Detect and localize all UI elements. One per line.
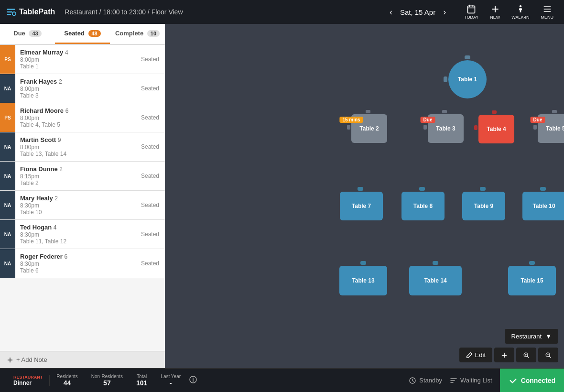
list-item[interactable]: NA Frank Hayes 2 8:00pm Table 3 Seated — [0, 74, 165, 103]
floor-action-buttons: Edit — [459, 348, 558, 362]
reservation-status: Seated — [141, 249, 165, 278]
zoom-out-icon — [545, 352, 552, 359]
edit-icon — [466, 352, 473, 359]
list-item[interactable]: NA Roger Federer 6 8:30pm Table 6 Seated — [0, 249, 165, 278]
seated-badge: 48 — [88, 30, 101, 37]
app-name: TablePath — [19, 8, 55, 16]
venue-type-label: RESTAURANT — [13, 375, 43, 380]
avatar: NA — [0, 249, 15, 278]
connected-button[interactable]: Connected — [500, 369, 564, 392]
list-item[interactable]: NA Mary Healy 2 8:30pm Table 10 Seated — [0, 191, 165, 220]
residents-label: Residents — [56, 374, 77, 379]
list-item[interactable]: NA Martin Scott 9 8:00pm Table 13, Table… — [0, 132, 165, 162]
chair-top — [358, 187, 363, 191]
tab-due[interactable]: Due 43 — [0, 24, 55, 44]
non-residents-label: Non-Residents — [91, 374, 123, 379]
guest-name: Eimear Murray 4 — [20, 49, 136, 56]
meal-label: Dinner — [13, 380, 43, 386]
waitinglist-button[interactable]: Waiting List — [450, 377, 492, 384]
app-logo: TablePath — [6, 7, 55, 17]
walkin-icon — [516, 4, 525, 14]
status-right-group: Standby Waiting List Connected — [409, 369, 557, 392]
reservation-time: 8:30pm — [20, 202, 136, 209]
standby-icon — [409, 377, 416, 384]
table-t14[interactable]: Table 14 — [409, 266, 462, 295]
table-t8[interactable]: Table 8 — [401, 192, 445, 220]
new-button[interactable]: NEW — [485, 1, 505, 22]
table-t15[interactable]: Table 15 — [508, 266, 556, 295]
list-item[interactable]: NA Fiona Dunne 2 8:15pm Table 2 Seated — [0, 162, 165, 191]
venue-info: RESTAURANT Dinner — [7, 375, 50, 386]
standby-button[interactable]: Standby — [409, 377, 442, 384]
guest-name: Martin Scott 9 — [20, 136, 136, 143]
floor-controls: Restaurant ▼ Edit — [459, 329, 558, 362]
chair-left — [347, 125, 350, 130]
residents-stat: Residents 44 — [50, 374, 84, 387]
reservation-info: Mary Healy 2 8:30pm Table 10 — [15, 191, 141, 219]
avatar: PS — [0, 103, 15, 132]
table-t2-badge: 15 mins — [339, 117, 363, 123]
add-table-button[interactable] — [494, 348, 514, 362]
reservation-time: 8:00pm — [20, 115, 136, 121]
table-t10[interactable]: Table 10 — [522, 192, 564, 220]
edit-label: Edit — [475, 351, 486, 359]
chair-top — [529, 261, 535, 265]
guest-name: Richard Moore 6 — [20, 107, 136, 114]
floor-view: Table 1 Table 2 15 mins — [165, 24, 564, 368]
info-button[interactable] — [189, 376, 197, 385]
chair-top — [492, 110, 497, 114]
table-t7[interactable]: Table 7 — [340, 192, 383, 220]
add-note-button[interactable]: + Add Note — [0, 351, 165, 368]
tab-complete[interactable]: Complete 10 — [110, 24, 165, 44]
guest-name: Frank Hayes 2 — [20, 78, 136, 85]
total-label: Total — [137, 374, 147, 379]
avatar: NA — [0, 220, 15, 249]
status-bar: RESTAURANT Dinner Residents 44 Non-Resid… — [0, 368, 564, 392]
zoom-in-icon — [523, 352, 530, 359]
table-t13[interactable]: Table 13 — [339, 266, 387, 295]
table-t4[interactable]: Table 4 — [478, 115, 514, 143]
menu-button[interactable]: MENU — [536, 1, 559, 22]
walkin-label: WALK-IN — [511, 15, 529, 20]
zoom-out-button[interactable] — [538, 348, 558, 362]
list-item[interactable]: NA Ted Hogan 4 8:30pm Table 11, Table 12… — [0, 220, 165, 249]
connected-label: Connected — [521, 377, 555, 384]
chair-top — [552, 110, 557, 113]
table-t1[interactable]: Table 1 — [448, 60, 487, 98]
venue-selector[interactable]: Restaurant ▼ — [505, 329, 558, 344]
today-button[interactable]: TODAY — [459, 1, 483, 22]
chair-left — [474, 125, 477, 130]
venue-label: Restaurant — [511, 333, 542, 340]
avatar: PS — [0, 45, 15, 74]
reservation-status: Seated — [141, 191, 165, 219]
non-residents-stat: Non-Residents 57 — [85, 374, 130, 387]
zoom-in-button[interactable] — [516, 348, 536, 362]
table-t9[interactable]: Table 9 — [462, 192, 505, 220]
due-badge: 43 — [29, 30, 41, 37]
list-item[interactable]: PS Richard Moore 6 8:00pm Table 4, Table… — [0, 103, 165, 132]
tab-seated[interactable]: Seated 48 — [55, 24, 110, 44]
reservation-info: Eimear Murray 4 8:00pm Table 1 — [15, 45, 141, 74]
reservation-table: Table 4, Table 5 — [20, 121, 136, 128]
reservation-time: 8:30pm — [20, 231, 136, 238]
reservation-list: PS Eimear Murray 4 8:00pm Table 1 Seated… — [0, 45, 165, 351]
chair-left — [423, 125, 427, 130]
list-item[interactable]: PS Eimear Murray 4 8:00pm Table 1 Seated — [0, 45, 165, 74]
next-date-button[interactable]: › — [439, 5, 450, 19]
reservation-info: Roger Federer 6 8:30pm Table 6 — [15, 249, 141, 278]
reservation-status: Seated — [141, 162, 165, 190]
non-residents-value: 57 — [103, 379, 111, 387]
walkin-button[interactable]: WALK-IN — [507, 1, 534, 22]
chair-top — [540, 187, 546, 191]
edit-button[interactable]: Edit — [459, 348, 492, 362]
reservation-status: Seated — [141, 74, 165, 103]
svg-point-0 — [12, 12, 16, 15]
prev-date-button[interactable]: ‹ — [386, 5, 396, 19]
total-stat: Total 101 — [130, 374, 154, 387]
nav-icon-group: TODAY NEW WALK-IN MENU — [459, 1, 558, 22]
guest-name: Mary Healy 2 — [20, 195, 136, 202]
chevron-down-icon: ▼ — [545, 333, 552, 340]
chair-top — [465, 55, 470, 59]
standby-label: Standby — [419, 377, 442, 384]
reservation-time: 8:30pm — [20, 261, 136, 267]
